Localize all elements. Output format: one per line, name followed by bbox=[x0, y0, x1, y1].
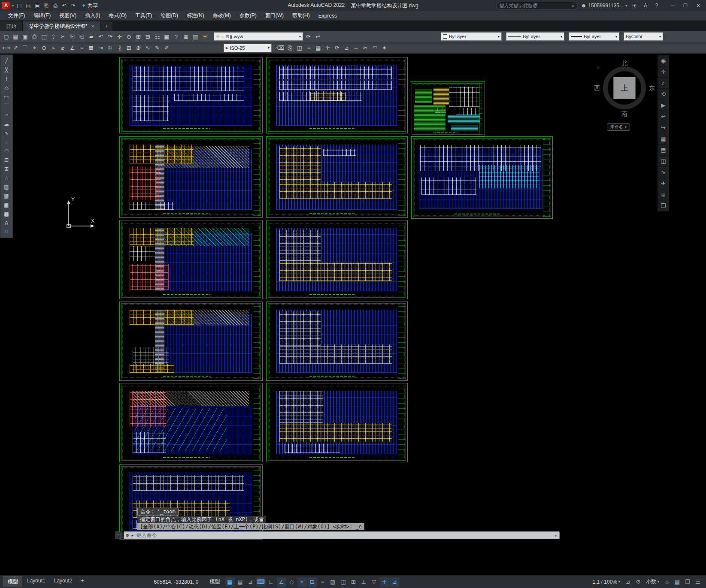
viewcube-south[interactable]: 南 bbox=[596, 110, 653, 118]
hatch-icon[interactable]: ▨ bbox=[1, 182, 12, 191]
create-block-icon[interactable]: ⊞ bbox=[1, 164, 12, 173]
command-grip[interactable]: ∷ bbox=[115, 531, 122, 539]
make-object-layer-current-icon[interactable]: ⟳ bbox=[304, 32, 313, 41]
construction-line-icon[interactable]: ╳ bbox=[1, 65, 12, 74]
undo-icon[interactable]: ↶ bbox=[61, 2, 68, 9]
graphics-performance-icon[interactable]: ▦ bbox=[673, 577, 682, 587]
layout1-tab[interactable]: Layout1 bbox=[23, 576, 49, 587]
recent-commands-icon[interactable]: ▸ bbox=[131, 532, 134, 538]
layer-color-swatch-icon[interactable]: ▮ bbox=[230, 34, 233, 39]
cut-icon[interactable]: ✂ bbox=[58, 32, 67, 41]
gradient-icon[interactable]: ▩ bbox=[1, 191, 12, 200]
command-input-bar[interactable]: ⚙ ▸ ▸ bbox=[124, 531, 560, 539]
arc-icon[interactable]: ⌒ bbox=[1, 101, 12, 110]
viewport-pile-layout[interactable] bbox=[119, 57, 263, 133]
cart-icon[interactable]: ⊞ bbox=[630, 2, 638, 9]
isodraft-toggle[interactable]: ◇ bbox=[287, 577, 297, 587]
menu-draw[interactable]: 绘图(D) bbox=[157, 11, 182, 20]
chevron-down-icon[interactable]: ▾ bbox=[12, 4, 14, 8]
show-motion-icon[interactable]: ▶ bbox=[658, 100, 669, 111]
search-input[interactable] bbox=[499, 3, 570, 8]
dim-linear-icon[interactable]: ⟷ bbox=[2, 44, 11, 52]
annotation-visibility-toggle[interactable]: ⊿ bbox=[390, 577, 400, 587]
close-tab-icon[interactable]: ✕ bbox=[91, 24, 94, 29]
revision-cloud-icon[interactable]: ☁ bbox=[1, 119, 12, 128]
menu-express[interactable]: Express bbox=[315, 12, 341, 20]
redo-icon[interactable]: ↷ bbox=[106, 32, 115, 41]
plot-preview-icon[interactable]: ◫ bbox=[39, 32, 48, 41]
scale-icon[interactable]: ⊿ bbox=[342, 44, 351, 52]
new-file-icon[interactable]: ▢ bbox=[2, 32, 11, 41]
close-icon[interactable]: ✕ bbox=[692, 1, 704, 10]
trim-icon[interactable]: ✂ bbox=[361, 44, 370, 52]
help-icon[interactable]: ? bbox=[653, 2, 661, 9]
motion-path-icon[interactable]: ≣ bbox=[658, 189, 669, 200]
dim-text-edit-icon[interactable]: ✐ bbox=[162, 44, 171, 52]
pan-icon[interactable]: ✛ bbox=[115, 32, 124, 41]
dim-radius-icon[interactable]: ⊙ bbox=[39, 44, 48, 52]
steering-wheel-icon[interactable]: ◉ bbox=[658, 55, 669, 66]
publish-icon[interactable]: ⇪ bbox=[49, 32, 58, 41]
start-tab[interactable]: 开始 bbox=[0, 21, 23, 31]
save-as-icon[interactable]: ⎘ bbox=[42, 2, 50, 9]
share-button[interactable]: ✈ 共享 bbox=[82, 2, 98, 9]
quick-dim-icon[interactable]: ≡ bbox=[77, 44, 86, 52]
dim-aligned-icon[interactable]: ↗ bbox=[11, 44, 20, 52]
layer-freeze-icon[interactable]: ☼ bbox=[221, 34, 224, 39]
plot-icon[interactable]: ⎙ bbox=[52, 2, 59, 9]
viewport-floor4-beam-right[interactable] bbox=[266, 302, 408, 381]
minimize-icon[interactable]: ─ bbox=[667, 1, 679, 10]
menu-view[interactable]: 视图(V) bbox=[55, 11, 80, 20]
object-snap-toggle[interactable]: ⊡ bbox=[308, 577, 317, 587]
ortho-toggle[interactable]: ∟ bbox=[267, 577, 276, 587]
new-file-icon[interactable]: ▢ bbox=[15, 2, 23, 9]
viewcube-east[interactable]: 东 bbox=[649, 84, 655, 92]
new-layout-button[interactable]: + bbox=[77, 576, 88, 587]
search-box[interactable]: ⌕ bbox=[496, 2, 578, 9]
move-icon[interactable]: ✛ bbox=[323, 44, 332, 52]
view-forward-icon[interactable]: ↪ bbox=[658, 122, 669, 133]
match-properties-icon[interactable]: ▰ bbox=[87, 32, 96, 41]
menu-format[interactable]: 格式(O) bbox=[105, 11, 130, 20]
plot-style-control[interactable]: ByColor ▾ bbox=[624, 32, 663, 41]
customize-icon[interactable]: ☰ bbox=[693, 577, 703, 587]
menu-tools[interactable]: 工具(T) bbox=[131, 11, 156, 20]
menu-file[interactable]: 文件(F) bbox=[4, 11, 29, 20]
rotate-icon[interactable]: ⟳ bbox=[333, 44, 342, 52]
camera-icon[interactable]: ◫ bbox=[658, 156, 669, 167]
design-center-icon[interactable]: ▦ bbox=[162, 32, 171, 41]
lineweight-toggle[interactable]: ≡ bbox=[318, 577, 327, 587]
polyline-icon[interactable]: ⌇ bbox=[1, 74, 12, 83]
dim-jog-line-icon[interactable]: ∿ bbox=[143, 44, 152, 52]
menu-edit[interactable]: 编辑(E) bbox=[30, 11, 55, 20]
mirror-icon[interactable]: ◫ bbox=[295, 44, 304, 52]
snap-toggle[interactable]: ▤ bbox=[236, 577, 245, 587]
clean-screen-icon[interactable]: ❒ bbox=[683, 577, 692, 587]
chevron-down-icon[interactable]: ▾ bbox=[615, 35, 617, 39]
zoom-previous-icon[interactable]: ⊟ bbox=[143, 32, 152, 41]
account-button[interactable]: ☻ 15059991135... ▾ bbox=[581, 3, 627, 9]
explode-icon[interactable]: ✶ bbox=[380, 44, 389, 52]
zoom-realtime-icon[interactable]: ⊙ bbox=[124, 32, 133, 41]
circle-icon[interactable]: ○ bbox=[1, 110, 12, 119]
viewport-foundation-plan[interactable] bbox=[266, 57, 408, 133]
undo-icon[interactable]: ↶ bbox=[96, 32, 105, 41]
region-icon[interactable]: ▣ bbox=[1, 200, 12, 209]
viewport-floor5-beam-left[interactable] bbox=[119, 383, 263, 462]
dim-baseline-icon[interactable]: ≣ bbox=[87, 44, 96, 52]
menu-window[interactable]: 窗口(W) bbox=[261, 11, 288, 20]
viewcube[interactable]: ⌂ 北 西 上 东 南 未命名 ▾ bbox=[596, 60, 653, 133]
help-icon[interactable]: ? bbox=[172, 32, 181, 41]
annotation-autoscale-icon[interactable]: ⚙ bbox=[633, 577, 643, 587]
zoom-scale-button[interactable]: 1:1 / 100% ▾ bbox=[593, 579, 620, 585]
transparency-toggle[interactable]: ▨ bbox=[328, 577, 338, 587]
center-mark-icon[interactable]: ⊕ bbox=[134, 44, 143, 52]
redo-icon[interactable]: ↷ bbox=[70, 2, 77, 9]
grid-toggle[interactable]: ▦ bbox=[225, 577, 235, 587]
viewport-roof-framing[interactable] bbox=[411, 136, 553, 219]
annotation-scale-icon[interactable]: ⊿ bbox=[623, 577, 633, 587]
table-icon[interactable]: ▦ bbox=[1, 209, 12, 218]
object-snap-tracking-toggle[interactable]: ⌖ bbox=[297, 577, 307, 587]
viewport-floor3-beam-right[interactable] bbox=[266, 220, 408, 299]
viewcube-context-menu[interactable]: 未命名 ▾ bbox=[607, 123, 630, 131]
